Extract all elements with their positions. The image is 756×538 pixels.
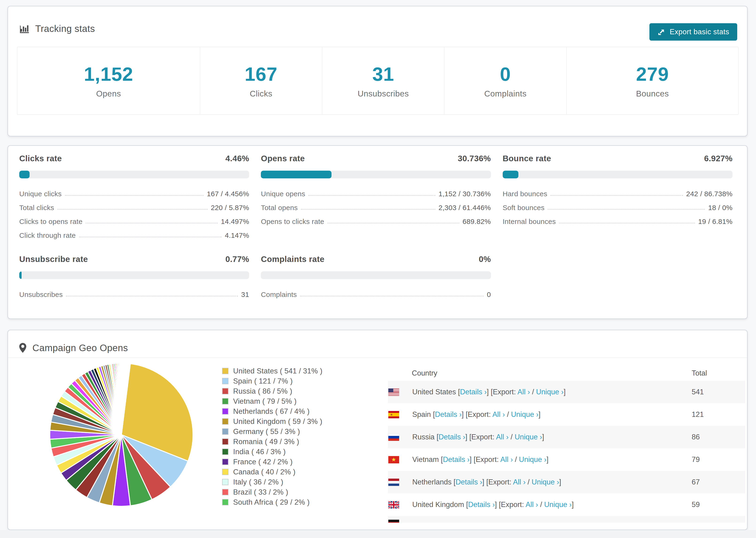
details-link[interactable]: Details › <box>468 501 495 509</box>
bar-chart-icon <box>19 23 29 34</box>
rate-row-label: Unique clicks <box>19 190 62 198</box>
dotted-leader <box>548 209 705 210</box>
summary-value: 0 <box>500 63 511 85</box>
legend-swatch <box>222 388 229 394</box>
rate-value: 0% <box>479 254 491 264</box>
export-unique-link[interactable]: Unique › <box>531 478 559 486</box>
export-basic-stats-button[interactable]: Export basic stats <box>649 23 737 41</box>
details-link[interactable]: Details › <box>460 388 487 396</box>
legend-label: Italy ( 36 / 2% ) <box>233 478 283 486</box>
rate-row: Hard bounces242 / 86.738% <box>503 184 732 198</box>
legend-label: United States ( 541 / 31% ) <box>233 367 322 375</box>
rate-progress-fill <box>503 171 519 178</box>
legend-item: Italy ( 36 / 2% ) <box>222 477 322 487</box>
legend-item: Romania ( 49 / 3% ) <box>222 437 322 447</box>
rate-progress-bar <box>261 171 491 178</box>
legend-swatch <box>222 378 229 384</box>
rate-row-value: 31 <box>241 291 249 298</box>
rate-row: Complaints0 <box>261 285 491 298</box>
rate-row-label: Internal bounces <box>503 218 556 226</box>
page-background-strip <box>0 530 756 538</box>
details-link[interactable]: Details › <box>439 433 465 441</box>
total-cell: 67 <box>692 478 745 486</box>
rate-row-label: Complaints <box>261 291 297 298</box>
legend-item: Brazil ( 33 / 2% ) <box>222 487 322 497</box>
summary-label: Complaints <box>484 89 527 98</box>
rate-progress-bar <box>19 171 249 178</box>
rate-block-complaints-rate: Complaints rate0%Complaints0 <box>261 254 491 298</box>
rate-row-label: Unsubscribes <box>19 291 63 298</box>
rate-title: Unsubscribe rate <box>19 254 88 264</box>
rate-row-value: 4.147% <box>225 232 249 240</box>
details-link[interactable]: Details › <box>435 410 462 418</box>
country-name: United Kingdom <box>412 501 466 509</box>
rate-progress-bar <box>503 171 732 178</box>
export-all-link[interactable]: All › <box>500 456 513 463</box>
details-link[interactable]: Details › <box>456 478 482 486</box>
geo-pie-chart <box>45 359 197 511</box>
dotted-leader <box>66 296 238 296</box>
rate-row-value: 14.497% <box>221 218 249 226</box>
rate-value: 30.736% <box>458 154 491 163</box>
rate-row-label: Soft bounces <box>503 204 545 212</box>
country-name: Spain <box>412 410 433 418</box>
legend-item: United Kingdom ( 59 / 3% ) <box>222 416 322 426</box>
legend-item: South Africa ( 29 / 2% ) <box>222 497 322 507</box>
export-all-link[interactable]: All › <box>496 433 509 441</box>
total-cell: 59 <box>692 501 745 509</box>
export-unique-link[interactable]: Unique › <box>514 433 542 441</box>
rate-row: Clicks to opens rate14.497% <box>19 212 249 226</box>
export-all-link[interactable]: All › <box>525 501 538 509</box>
rate-row-value: 18 / 0% <box>708 204 732 212</box>
total-cell: 79 <box>692 456 745 464</box>
dotted-leader <box>301 209 435 210</box>
summary-box-unsubscribes: 31Unsubscribes <box>322 47 444 114</box>
export-unique-link[interactable]: Unique › <box>544 501 572 509</box>
geo-table-row-united-kingdom: United Kingdom [Details ›] [Export: All … <box>388 493 745 516</box>
rate-title: Bounce rate <box>503 154 551 163</box>
country-name: United States <box>412 388 458 396</box>
summary-value: 279 <box>636 63 669 85</box>
legend-label: India ( 46 / 3% ) <box>233 448 286 456</box>
flag-germany <box>388 520 399 523</box>
legend-item: Russia ( 86 / 5% ) <box>222 386 322 396</box>
legend-label: Germany ( 55 / 3% ) <box>233 427 300 436</box>
legend-swatch <box>222 428 229 435</box>
export-unique-link[interactable]: Unique › <box>536 388 564 396</box>
export-unique-link[interactable]: Unique › <box>511 410 538 418</box>
rates-grid: Clicks rate4.46%Unique clicks167 / 4.456… <box>19 154 732 298</box>
export-unique-link[interactable]: Unique › <box>519 456 546 463</box>
rate-progress-fill <box>261 171 332 178</box>
legend-item: United States ( 541 / 31% ) <box>222 366 322 376</box>
rate-row-value: 19 / 6.81% <box>698 218 732 226</box>
rate-row-value: 167 / 4.456% <box>207 190 249 198</box>
geo-table-row-russia: Russia [Details ›] [Export: All › / Uniq… <box>388 426 745 448</box>
rate-progress-fill <box>19 271 22 279</box>
legend-swatch <box>222 449 229 455</box>
rate-value: 4.46% <box>225 154 249 163</box>
rate-progress-bar <box>19 271 249 279</box>
rate-row-value: 242 / 86.738% <box>686 190 732 198</box>
dotted-leader <box>58 209 207 210</box>
legend-label: United Kingdom ( 59 / 3% ) <box>233 417 322 426</box>
rate-title: Opens rate <box>261 154 305 163</box>
summary-label: Unsubscribes <box>357 89 409 98</box>
legend-label: Romania ( 49 / 3% ) <box>233 438 299 446</box>
export-all-link[interactable]: All › <box>513 478 525 486</box>
legend-label: Canada ( 40 / 2% ) <box>233 468 296 476</box>
export-all-link[interactable]: All › <box>492 410 505 418</box>
rate-row-label: Total clicks <box>19 204 54 212</box>
rate-value: 6.927% <box>704 154 732 163</box>
summary-label: Opens <box>96 89 121 98</box>
rate-row-value: 1,152 / 30.736% <box>439 190 491 198</box>
details-link[interactable]: Details › <box>443 456 469 463</box>
legend-swatch <box>222 469 229 475</box>
rate-row-value: 220 / 5.87% <box>211 204 249 212</box>
legend-swatch <box>222 459 229 465</box>
rate-row-value: 0 <box>487 291 491 298</box>
rate-row: Unique clicks167 / 4.456% <box>19 184 249 198</box>
rate-block-clicks-rate: Clicks rate4.46%Unique clicks167 / 4.456… <box>19 154 249 240</box>
export-all-link[interactable]: All › <box>517 388 530 396</box>
summary-box-clicks: 167Clicks <box>200 47 322 114</box>
rate-row: Internal bounces19 / 6.81% <box>503 212 732 226</box>
